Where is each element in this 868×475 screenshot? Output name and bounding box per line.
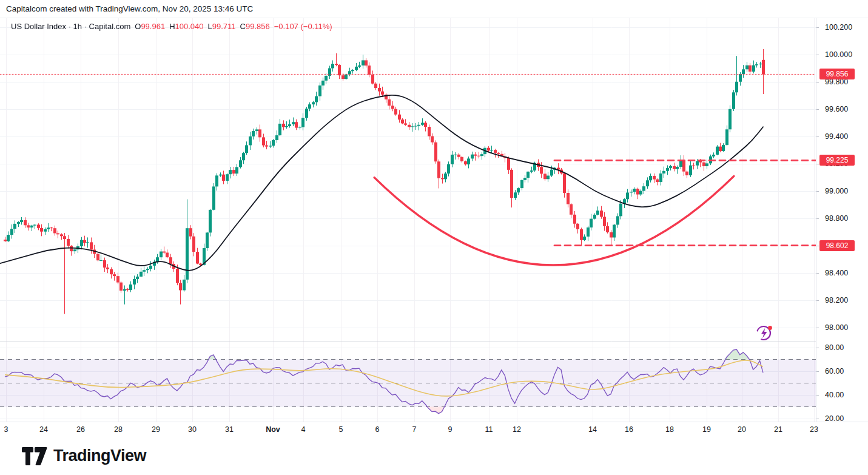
time-tick-label: 31 [225, 425, 234, 434]
tradingview-chart-window: Capitalcom created with TradingView.com,… [0, 0, 868, 475]
time-tick-label: Nov [266, 425, 280, 434]
time-tick-label: 9 [448, 425, 453, 434]
price-tick-label: 40.00 [825, 390, 844, 400]
resistance-price-badge: 99.225 [819, 155, 855, 166]
ohlc-value: 99.961 [141, 22, 165, 31]
time-tick-label: 19 [702, 425, 711, 434]
time-tick-label: 16 [625, 425, 633, 434]
time-tick-label: 21 [774, 425, 782, 434]
price-tick-label: 98.400 [825, 268, 848, 278]
time-tick-label: 7 [412, 425, 417, 434]
tradingview-logo-icon [22, 447, 47, 465]
price-axis[interactable]: 100.200100.00099.80099.60099.40099.20099… [816, 18, 868, 422]
ohlc-label: C [240, 22, 246, 31]
symbol-legend[interactable]: US Dollar Index · 1h · Capital.comO99.96… [11, 22, 332, 31]
price-tick-label: 98.000 [825, 323, 848, 332]
time-tick-label: 6 [375, 425, 380, 434]
ohlc-label: H [169, 22, 175, 31]
last-price-badge: 99.856 [819, 69, 855, 79]
ohlc-value: 99.711 [212, 22, 236, 31]
price-chart-canvas[interactable] [0, 18, 816, 422]
price-tick-label: 98.800 [825, 214, 848, 223]
symbol-title: US Dollar Index · 1h · Capital.com [11, 22, 130, 31]
price-tick-label: 60.00 [825, 366, 844, 376]
price-tick-label: 99.000 [825, 186, 848, 196]
change-value: −0.107 (−0.11%) [274, 22, 332, 31]
price-tick-label: 98.200 [825, 295, 848, 305]
time-tick-label: 12 [513, 425, 521, 434]
time-tick-label: 3 [4, 425, 8, 434]
time-tick-label: 30 [188, 425, 197, 434]
time-tick-label: 14 [588, 425, 597, 434]
footer-bar: TradingView [0, 438, 868, 475]
ohlc-values: O99.961H100.040L99.711C99.856 [130, 22, 269, 31]
time-tick-label: 18 [665, 425, 674, 434]
attribution-text: Capitalcom created with TradingView.com,… [0, 0, 868, 18]
time-tick-label: 5 [339, 425, 343, 434]
price-tick-label: 80.00 [825, 343, 844, 352]
ohlc-value: 100.040 [175, 22, 204, 31]
time-tick-label: 29 [152, 425, 160, 434]
time-axis[interactable]: 3242628293031Nov45679111214161819202123 [0, 422, 868, 439]
tradingview-logo[interactable]: TradingView [22, 446, 146, 465]
support-price-badge: 98.602 [819, 240, 855, 251]
tradingview-logo-text: TradingView [53, 446, 146, 465]
time-tick-label: 28 [114, 425, 123, 434]
time-tick-label: 20 [738, 425, 746, 434]
time-tick-label: 23 [810, 425, 818, 434]
flash-idea-icon[interactable] [755, 323, 775, 343]
time-tick-label: 4 [301, 425, 306, 434]
time-tick-label: 11 [485, 425, 493, 434]
axis-separator [816, 18, 816, 438]
price-tick-label: 100.200 [825, 22, 852, 32]
ohlc-label: O [135, 22, 141, 31]
price-tick-label: 99.600 [825, 104, 848, 114]
price-tick-label: 100.000 [825, 50, 852, 59]
ohlc-value: 99.856 [246, 22, 270, 31]
price-tick-label: 99.400 [825, 132, 848, 141]
ohlc-label: L [208, 22, 212, 31]
time-tick-label: 24 [39, 425, 48, 434]
time-tick-label: 26 [76, 425, 85, 434]
